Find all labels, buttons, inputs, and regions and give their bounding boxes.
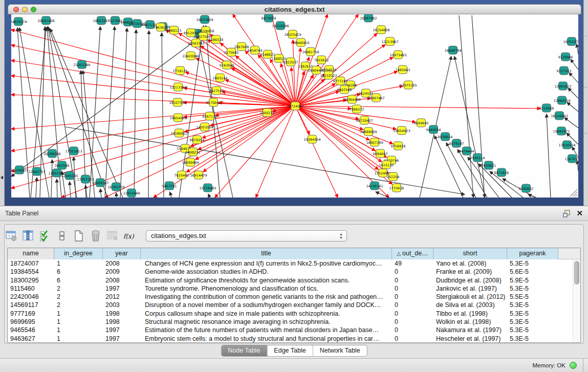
table-cell[interactable]: Estimation of significance thresholds fo… — [141, 276, 392, 285]
table-cell[interactable]: 1998 — [103, 310, 141, 318]
table-cell[interactable]: 5.3E-5 — [507, 301, 558, 309]
table-row[interactable]: 911546021997Tourette syndrome. Phenomeno… — [8, 285, 580, 293]
table-row[interactable]: 1938455462009Genome-wide association stu… — [8, 268, 580, 276]
table-cell[interactable]: 0 — [392, 335, 433, 343]
table-cell[interactable]: Embryonic stem cells: a model to study s… — [141, 335, 392, 343]
table-cell[interactable]: 6 — [54, 268, 103, 276]
show-columns-icon[interactable] — [21, 229, 35, 243]
table-cell[interactable]: 5.3E-5 — [507, 335, 558, 343]
table-cell[interactable]: 49 — [392, 259, 433, 268]
table-row[interactable]: 969969511998Structural magnetic resonanc… — [8, 318, 580, 326]
window-titlebar[interactable]: citations_edges.txt — [8, 4, 581, 14]
tab-node-table[interactable]: Node Table — [221, 345, 267, 356]
table-row[interactable]: 1830029562008Estimation of significance … — [8, 276, 580, 285]
table-cell[interactable]: 1997 — [103, 335, 141, 343]
table-cell[interactable]: 2003 — [103, 301, 141, 309]
table-cell[interactable]: Disruption of a novel member of a sodium… — [141, 301, 392, 309]
table-cell[interactable]: 5.3E-5 — [507, 318, 558, 326]
table-cell[interactable]: Dudbridge et al. (2008) — [433, 276, 507, 285]
unselect-rows-icon[interactable] — [55, 229, 69, 243]
function-builder-icon[interactable]: f(x) — [122, 229, 137, 243]
network-view[interactable]: 1872400724935574206914061065326715276026… — [11, 14, 578, 198]
column-header-out-degree[interactable]: △out_de… — [392, 248, 433, 259]
table-cell[interactable]: 0 — [392, 285, 433, 293]
column-header-in-degree[interactable]: in_degree — [54, 248, 103, 259]
collapse-arrow-icon[interactable] — [1, 176, 3, 180]
tab-network-table[interactable]: Network Table — [313, 345, 367, 356]
tab-edge-table[interactable]: Edge Table — [267, 345, 312, 356]
table-cell[interactable]: 19384554 — [8, 268, 54, 276]
table-row[interactable]: 2242004622012Investigating the contribut… — [8, 293, 580, 301]
table-cell[interactable]: 14569117 — [8, 301, 54, 309]
table-cell[interactable]: 9699695 — [8, 318, 54, 326]
table-source-select[interactable]: citations_edges.txt ▲▼ — [146, 230, 347, 242]
select-rows-icon[interactable] — [38, 229, 52, 243]
table-cell[interactable]: 6 — [54, 276, 103, 285]
table-cell[interactable]: 1 — [54, 259, 103, 268]
delete-table-icon[interactable] — [89, 229, 103, 243]
table-cell[interactable]: 9465546 — [8, 326, 54, 334]
table-cell[interactable]: Yano et al. (2008) — [433, 259, 507, 268]
column-header-year[interactable]: year — [103, 248, 141, 259]
table-cell[interactable]: Investigating the contribution of common… — [141, 293, 392, 301]
table-cell[interactable]: 2 — [54, 301, 103, 309]
table-cell[interactable]: Corpus callosum shape and size in male p… — [141, 310, 392, 318]
table-row[interactable]: 946362711997Embryonic stem cells: a mode… — [8, 335, 580, 343]
table-cell[interactable]: Wolkin et al. (1998) — [433, 318, 507, 326]
table-cell[interactable]: 9463627 — [8, 335, 54, 343]
column-header-title[interactable]: title — [141, 248, 392, 259]
table-cell[interactable]: 1 — [54, 326, 103, 334]
table-cell[interactable]: 18724007 — [8, 259, 54, 268]
table-cell[interactable]: 5.3E-5 — [507, 310, 558, 318]
table-cell[interactable]: Stergiakouli et al. (2012) — [433, 293, 507, 301]
table-cell[interactable]: 1 — [54, 318, 103, 326]
table-cell[interactable]: 2012 — [103, 293, 141, 301]
table-cell[interactable]: 0 — [392, 326, 433, 334]
table-cell[interactable]: 0 — [392, 293, 433, 301]
close-panel-icon[interactable]: ✕ — [576, 209, 583, 218]
table-cell[interactable]: 5.3E-5 — [507, 259, 558, 268]
table-cell[interactable]: 2 — [54, 293, 103, 301]
table-cell[interactable]: Jankovic et al. (1997) — [433, 285, 507, 293]
resize-grip-icon[interactable] — [570, 189, 577, 196]
table-cell[interactable]: Hescheler et al. (1997) — [433, 335, 507, 343]
table-cell[interactable]: 2008 — [103, 259, 141, 268]
table-cell[interactable]: 0 — [392, 310, 433, 318]
table-body[interactable]: 1872400712008Changes of HCN gene express… — [8, 259, 580, 342]
scrollbar-thumb[interactable] — [574, 261, 579, 285]
table-cell[interactable]: 5.6E-5 — [507, 268, 558, 276]
table-cell[interactable]: 5.3E-5 — [507, 285, 558, 293]
table-cell[interactable]: 0 — [392, 276, 433, 285]
table-cell[interactable]: 0 — [392, 301, 433, 309]
table-cell[interactable]: 22420046 — [8, 293, 54, 301]
memory-status-indicator[interactable] — [570, 362, 577, 369]
table-cell[interactable]: Tibbo et al. (1998) — [433, 310, 507, 318]
table-cell[interactable]: Estimation of the future numbers of pati… — [141, 326, 392, 334]
new-table-icon[interactable] — [72, 229, 86, 243]
table-row[interactable]: 1456911722003Disruption of a novel membe… — [8, 301, 580, 309]
column-header-short[interactable]: short — [433, 248, 507, 259]
table-cell[interactable]: Tourette syndrome. Phenomenology and cla… — [141, 285, 392, 293]
table-row[interactable]: 1872400712008Changes of HCN gene express… — [8, 259, 580, 268]
table-cell[interactable]: Nakamura et al. (1997) — [433, 326, 507, 334]
table-cell[interactable]: 5.5E-5 — [507, 293, 558, 301]
float-panel-icon[interactable] — [563, 210, 571, 217]
table-cell[interactable]: 1997 — [103, 285, 141, 293]
table-cell[interactable]: Changes of HCN gene expression and I(f) … — [141, 259, 392, 268]
table-cell[interactable]: de Silva et al. (2003) — [433, 301, 507, 309]
table-cell[interactable]: 1997 — [103, 326, 141, 334]
table-cell[interactable]: 2009 — [103, 268, 141, 276]
table-cell[interactable]: 0 — [392, 268, 433, 276]
table-cell[interactable]: 1 — [54, 335, 103, 343]
table-cell[interactable]: 5.3E-5 — [507, 326, 558, 334]
table-cell[interactable]: 2 — [54, 285, 103, 293]
table-options-icon[interactable] — [4, 229, 18, 243]
column-header-pagerank[interactable]: pagerank — [507, 248, 558, 259]
table-row[interactable]: 946554611997Estimation of the future num… — [8, 326, 580, 334]
table-cell[interactable]: Structural magnetic resonance image aver… — [141, 318, 392, 326]
table-cell[interactable]: Franke et al. (2009) — [433, 268, 507, 276]
table-cell[interactable]: Genome-wide association studies in ADHD. — [141, 268, 392, 276]
table-cell[interactable]: 9115460 — [8, 285, 54, 293]
table-cell[interactable]: 1 — [54, 310, 103, 318]
table-cell[interactable]: 18300295 — [8, 276, 54, 285]
